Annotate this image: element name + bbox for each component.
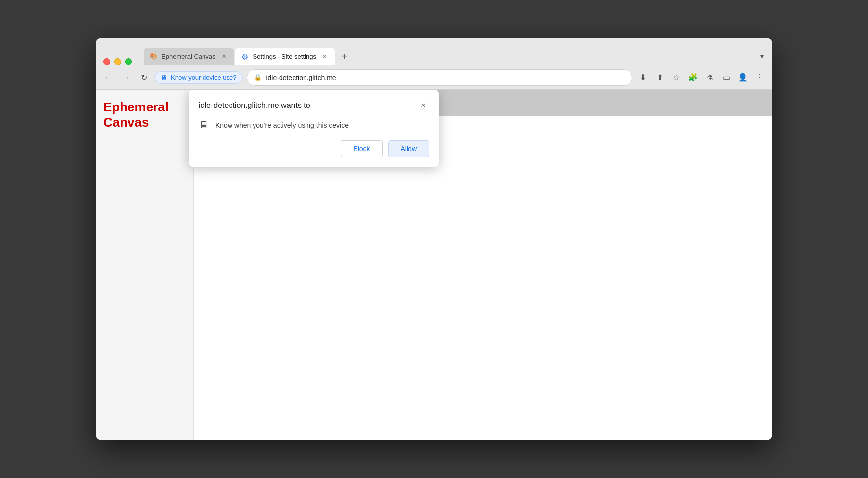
- tab-favicon-ephemeral: 🎨: [150, 53, 157, 60]
- know-device-icon: 🖥: [161, 74, 168, 81]
- split-icon[interactable]: ▭: [719, 71, 733, 84]
- maximize-window-button[interactable]: [125, 58, 132, 65]
- address-bar: ← → ↻ 🖥 Know your device use? 🔒 idle-det…: [96, 65, 772, 90]
- idle-detection-icon: 🖥: [199, 119, 208, 131]
- new-tab-button[interactable]: +: [338, 50, 352, 63]
- labs-icon[interactable]: ⚗: [703, 71, 716, 84]
- know-device-label: Know your device use?: [171, 74, 236, 81]
- profile-icon[interactable]: 👤: [736, 71, 750, 84]
- toolbar-icons: ⬇ ⬆ ☆ 🧩 ⚗ ▭ 👤 ⋮: [636, 71, 766, 84]
- back-button[interactable]: ←: [102, 71, 115, 84]
- tab-strip: 🎨 Ephemeral Canvas ✕ ⚙ Settings - Site s…: [140, 48, 772, 65]
- tab-favicon-settings: ⚙: [241, 53, 249, 60]
- traffic-lights: [96, 53, 140, 65]
- tab-ephemeral-canvas[interactable]: 🎨 Ephemeral Canvas ✕: [144, 48, 234, 65]
- tab-close-settings[interactable]: ✕: [320, 52, 329, 61]
- address-input[interactable]: 🔒 idle-detection.glitch.me: [247, 69, 632, 86]
- popup-title: idle-detection.glitch.me wants to: [199, 101, 310, 110]
- popup-close-button[interactable]: ×: [417, 100, 429, 111]
- extensions-icon[interactable]: 🧩: [686, 71, 700, 84]
- tab-close-ephemeral[interactable]: ✕: [220, 52, 229, 61]
- tab-dropdown-button[interactable]: ▾: [755, 50, 768, 63]
- popup-body: 🖥 Know when you're actively using this d…: [189, 117, 439, 140]
- url-display: idle-detection.glitch.me: [266, 74, 625, 81]
- allow-button[interactable]: Allow: [388, 140, 429, 157]
- popup-header: idle-detection.glitch.me wants to ×: [189, 90, 439, 117]
- know-device-button[interactable]: 🖥 Know your device use?: [154, 71, 243, 84]
- permission-dialog: idle-detection.glitch.me wants to × 🖥 Kn…: [189, 90, 439, 167]
- popup-overlay: idle-detection.glitch.me wants to × 🖥 Kn…: [96, 90, 772, 440]
- tab-label-settings: Settings - Site settings: [253, 53, 316, 60]
- bookmark-icon[interactable]: ☆: [669, 71, 683, 84]
- menu-icon[interactable]: ⋮: [753, 71, 766, 84]
- browser-window: 🎨 Ephemeral Canvas ✕ ⚙ Settings - Site s…: [96, 38, 772, 440]
- download-icon[interactable]: ⬇: [636, 71, 650, 84]
- tab-label-ephemeral: Ephemeral Canvas: [161, 53, 216, 60]
- page-content: Ephemeral Canvas Don't move your mouse d…: [96, 90, 772, 440]
- share-icon[interactable]: ⬆: [653, 71, 666, 84]
- popup-description: Know when you're actively using this dev…: [215, 121, 349, 129]
- title-bar: 🎨 Ephemeral Canvas ✕ ⚙ Settings - Site s…: [96, 38, 772, 90]
- block-button[interactable]: Block: [341, 140, 382, 157]
- minimize-window-button[interactable]: [114, 58, 121, 65]
- popup-actions: Block Allow: [189, 140, 439, 167]
- close-window-button[interactable]: [103, 58, 110, 65]
- lock-icon: 🔒: [254, 74, 262, 81]
- tab-settings-site[interactable]: ⚙ Settings - Site settings ✕: [235, 48, 335, 65]
- reload-button[interactable]: ↻: [137, 71, 151, 84]
- forward-button[interactable]: →: [119, 71, 133, 84]
